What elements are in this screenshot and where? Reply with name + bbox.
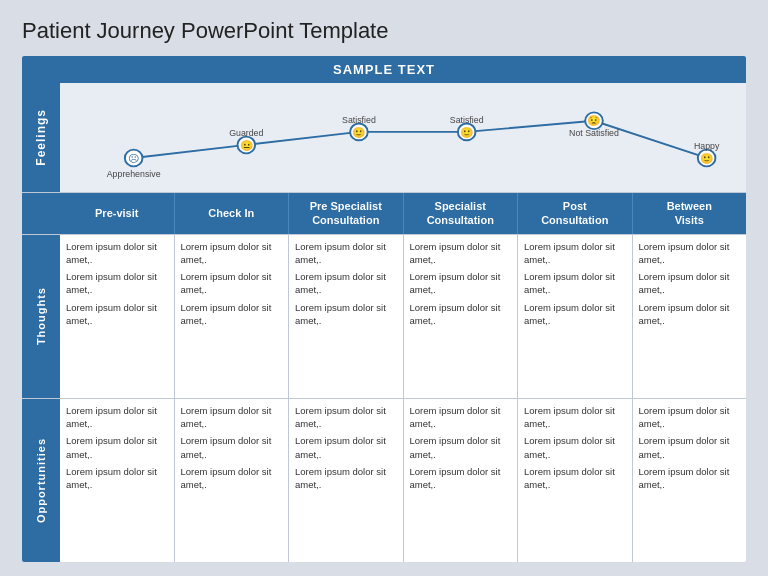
col-header-specialist: SpecialistConsultation bbox=[404, 193, 519, 234]
lorem-2: Lorem ipsum dolor sit amet,. bbox=[181, 270, 283, 297]
lorem-3: Lorem ipsum dolor sit amet,. bbox=[295, 301, 397, 328]
main-card: SAMPLE TEXT Feelings ☹ 😐 🙂 bbox=[22, 56, 746, 562]
col-header-prespecialist: Pre SpecialistConsultation bbox=[289, 193, 404, 234]
opportunities-content: Lorem ipsum dolor sit amet,. Lorem ipsum… bbox=[60, 399, 746, 562]
col-header-checkin: Check In bbox=[175, 193, 290, 234]
lorem-2: Lorem ipsum dolor sit amet,. bbox=[639, 434, 741, 461]
thoughts-cell-6: Lorem ipsum dolor sit amet,. Lorem ipsum… bbox=[633, 235, 747, 398]
svg-text:😐: 😐 bbox=[240, 139, 254, 152]
lorem-3: Lorem ipsum dolor sit amet,. bbox=[295, 465, 397, 492]
lorem-1: Lorem ipsum dolor sit amet,. bbox=[181, 404, 283, 431]
lorem-3: Lorem ipsum dolor sit amet,. bbox=[524, 301, 626, 328]
thoughts-cell-4: Lorem ipsum dolor sit amet,. Lorem ipsum… bbox=[404, 235, 519, 398]
opp-cell-6: Lorem ipsum dolor sit amet,. Lorem ipsum… bbox=[633, 399, 747, 562]
lorem-1: Lorem ipsum dolor sit amet,. bbox=[524, 240, 626, 267]
page-container: Patient Journey PowerPoint Template SAMP… bbox=[0, 0, 768, 576]
feelings-row: Feelings ☹ 😐 🙂 🙂 bbox=[22, 83, 746, 193]
svg-text:😟: 😟 bbox=[587, 115, 601, 128]
thoughts-cell-3: Lorem ipsum dolor sit amet,. Lorem ipsum… bbox=[289, 235, 404, 398]
opportunities-section: Opportunities Lorem ipsum dolor sit amet… bbox=[22, 398, 746, 562]
col-header-post: PostConsultation bbox=[518, 193, 633, 234]
lorem-1: Lorem ipsum dolor sit amet,. bbox=[410, 240, 512, 267]
lorem-1: Lorem ipsum dolor sit amet,. bbox=[66, 404, 168, 431]
svg-text:🙂: 🙂 bbox=[700, 152, 714, 165]
svg-text:Satisfied: Satisfied bbox=[450, 115, 484, 125]
lorem-2: Lorem ipsum dolor sit amet,. bbox=[410, 434, 512, 461]
lorem-3: Lorem ipsum dolor sit amet,. bbox=[639, 301, 741, 328]
col-headers-row: Pre-visit Check In Pre SpecialistConsult… bbox=[22, 193, 746, 234]
svg-text:Happy: Happy bbox=[694, 141, 720, 151]
lorem-3: Lorem ipsum dolor sit amet,. bbox=[410, 301, 512, 328]
thoughts-cell-2: Lorem ipsum dolor sit amet,. Lorem ipsum… bbox=[175, 235, 290, 398]
page-title: Patient Journey PowerPoint Template bbox=[22, 18, 746, 44]
thoughts-label: Thoughts bbox=[35, 287, 47, 345]
svg-text:Satisfied: Satisfied bbox=[342, 115, 376, 125]
lorem-3: Lorem ipsum dolor sit amet,. bbox=[66, 465, 168, 492]
lorem-1: Lorem ipsum dolor sit amet,. bbox=[295, 240, 397, 267]
lorem-1: Lorem ipsum dolor sit amet,. bbox=[639, 240, 741, 267]
opp-cell-4: Lorem ipsum dolor sit amet,. Lorem ipsum… bbox=[404, 399, 519, 562]
feelings-label: Feelings bbox=[34, 109, 48, 166]
thoughts-section: Thoughts Lorem ipsum dolor sit amet,. Lo… bbox=[22, 234, 746, 398]
lorem-2: Lorem ipsum dolor sit amet,. bbox=[295, 270, 397, 297]
lorem-1: Lorem ipsum dolor sit amet,. bbox=[66, 240, 168, 267]
feelings-chart-svg: ☹ 😐 🙂 🙂 😟 🙂 A bbox=[70, 91, 736, 184]
lorem-1: Lorem ipsum dolor sit amet,. bbox=[295, 404, 397, 431]
lorem-2: Lorem ipsum dolor sit amet,. bbox=[181, 434, 283, 461]
svg-text:☹: ☹ bbox=[128, 152, 139, 164]
lorem-3: Lorem ipsum dolor sit amet,. bbox=[181, 465, 283, 492]
opp-cell-3: Lorem ipsum dolor sit amet,. Lorem ipsum… bbox=[289, 399, 404, 562]
thoughts-cell-5: Lorem ipsum dolor sit amet,. Lorem ipsum… bbox=[518, 235, 633, 398]
lorem-3: Lorem ipsum dolor sit amet,. bbox=[410, 465, 512, 492]
svg-text:Apprehensive: Apprehensive bbox=[107, 169, 161, 179]
lorem-3: Lorem ipsum dolor sit amet,. bbox=[639, 465, 741, 492]
lorem-1: Lorem ipsum dolor sit amet,. bbox=[410, 404, 512, 431]
opp-cell-2: Lorem ipsum dolor sit amet,. Lorem ipsum… bbox=[175, 399, 290, 562]
opportunities-label-cell: Opportunities bbox=[22, 399, 60, 562]
lorem-3: Lorem ipsum dolor sit amet,. bbox=[66, 301, 168, 328]
svg-text:Guarded: Guarded bbox=[229, 128, 263, 138]
lorem-2: Lorem ipsum dolor sit amet,. bbox=[295, 434, 397, 461]
opp-cell-5: Lorem ipsum dolor sit amet,. Lorem ipsum… bbox=[518, 399, 633, 562]
lorem-2: Lorem ipsum dolor sit amet,. bbox=[410, 270, 512, 297]
lorem-2: Lorem ipsum dolor sit amet,. bbox=[66, 434, 168, 461]
lorem-2: Lorem ipsum dolor sit amet,. bbox=[639, 270, 741, 297]
col-header-previsit: Pre-visit bbox=[60, 193, 175, 234]
svg-text:🙂: 🙂 bbox=[352, 126, 366, 139]
lorem-3: Lorem ipsum dolor sit amet,. bbox=[181, 301, 283, 328]
feelings-chart-area: ☹ 😐 🙂 🙂 😟 🙂 A bbox=[60, 83, 746, 192]
col-header-spacer bbox=[22, 193, 60, 234]
feelings-label-cell: Feelings bbox=[22, 83, 60, 192]
lorem-2: Lorem ipsum dolor sit amet,. bbox=[66, 270, 168, 297]
thoughts-label-cell: Thoughts bbox=[22, 235, 60, 398]
lorem-1: Lorem ipsum dolor sit amet,. bbox=[639, 404, 741, 431]
lorem-3: Lorem ipsum dolor sit amet,. bbox=[524, 465, 626, 492]
lorem-1: Lorem ipsum dolor sit amet,. bbox=[181, 240, 283, 267]
svg-text:Not Satisfied: Not Satisfied bbox=[569, 128, 619, 138]
sample-text-bar: SAMPLE TEXT bbox=[22, 56, 746, 83]
lorem-1: Lorem ipsum dolor sit amet,. bbox=[524, 404, 626, 431]
lorem-2: Lorem ipsum dolor sit amet,. bbox=[524, 270, 626, 297]
opp-cell-1: Lorem ipsum dolor sit amet,. Lorem ipsum… bbox=[60, 399, 175, 562]
svg-text:🙂: 🙂 bbox=[460, 126, 474, 139]
col-header-between: BetweenVisits bbox=[633, 193, 747, 234]
thoughts-content: Lorem ipsum dolor sit amet,. Lorem ipsum… bbox=[60, 235, 746, 398]
thoughts-cell-1: Lorem ipsum dolor sit amet,. Lorem ipsum… bbox=[60, 235, 175, 398]
lorem-2: Lorem ipsum dolor sit amet,. bbox=[524, 434, 626, 461]
opportunities-label: Opportunities bbox=[35, 438, 47, 523]
